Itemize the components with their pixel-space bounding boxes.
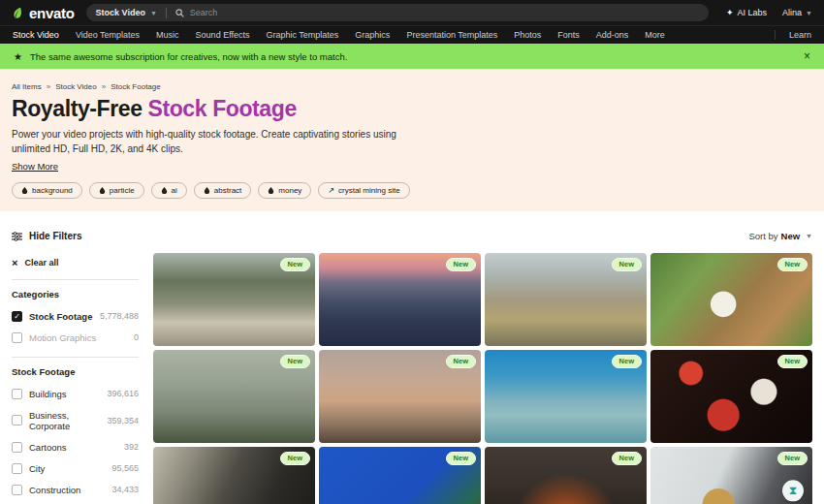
sidebar-divider (12, 279, 139, 280)
checkbox-icon[interactable] (12, 389, 22, 399)
thumbnail-grid: New New New New New New New New (153, 253, 812, 504)
tag-pill-background[interactable]: background (12, 182, 82, 199)
flame-icon (99, 186, 106, 195)
hero-section: All Items » Stock Video » Stock Footage … (0, 69, 824, 211)
breadcrumb-stock-footage[interactable]: Stock Footage (111, 82, 161, 91)
video-thumbnail[interactable]: New (485, 253, 647, 346)
logo-text: envato (29, 5, 75, 21)
filter-construction[interactable]: Construction 34,433 (12, 479, 139, 500)
close-icon[interactable]: × (804, 49, 810, 63)
trending-tags: background particle ai abstract money ↗ … (12, 182, 812, 199)
banner-message: The same awesome subscription for creati… (30, 51, 347, 62)
filter-education[interactable]: Education 76,148 (12, 500, 139, 504)
video-thumbnail[interactable]: New (153, 253, 315, 346)
nav-item-more[interactable]: More (645, 30, 665, 40)
chevron-down-icon: ▼ (150, 10, 157, 16)
filter-cartoons[interactable]: Cartoons 392 (12, 436, 139, 457)
new-badge: New (446, 452, 476, 465)
description-show-more-link[interactable]: Show More (12, 161, 58, 172)
nav-item-presentation-templates[interactable]: Presentation Templates (406, 30, 497, 40)
breadcrumb-separator: » (47, 82, 50, 91)
new-badge: New (446, 355, 476, 368)
filter-city[interactable]: City 95,565 (12, 457, 139, 479)
video-thumbnail[interactable]: New (650, 253, 812, 346)
checkbox-checked-icon[interactable]: ✓ (12, 311, 22, 322)
breadcrumb-stock-video[interactable]: Stock Video (55, 82, 97, 91)
categories-heading: Categories (12, 289, 139, 299)
search-divider (166, 8, 167, 18)
checkbox-icon[interactable] (12, 415, 22, 425)
announcement-banner: ★ The same awesome subscription for crea… (0, 44, 824, 69)
checkbox-icon[interactable] (12, 463, 22, 474)
sparkle-icon: ✦ (726, 8, 734, 17)
nav-item-learn[interactable]: Learn (775, 30, 811, 40)
new-badge: New (280, 355, 310, 368)
checkbox-icon[interactable] (12, 485, 22, 495)
chevron-down-icon: ▼ (806, 233, 812, 239)
tag-pill-money[interactable]: money (258, 182, 311, 199)
video-thumbnail[interactable]: New (153, 447, 315, 504)
nav-item-photos[interactable]: Photos (514, 30, 541, 40)
video-thumbnail[interactable]: New (153, 350, 315, 443)
nav-item-fonts[interactable]: Fonts (557, 30, 580, 40)
nav-item-music[interactable]: Music (156, 30, 179, 40)
video-thumbnail[interactable]: New (485, 350, 647, 443)
video-thumbnail[interactable]: New (319, 253, 481, 346)
nav-item-graphic-templates[interactable]: Graphic Templates (266, 30, 338, 40)
flame-icon (268, 186, 274, 195)
filter-buildings[interactable]: Buildings 396,616 (12, 383, 139, 404)
tag-pill-crystal-mining-site[interactable]: ↗ crystal mining site (318, 182, 409, 199)
ai-labs-button[interactable]: ✦ AI Labs (726, 8, 767, 17)
envato-leaf-icon (12, 7, 24, 19)
nav-item-add-ons[interactable]: Add-ons (596, 30, 629, 40)
new-badge: New (280, 452, 310, 465)
video-thumbnail[interactable]: New (319, 447, 481, 504)
new-badge: New (446, 258, 476, 271)
tag-pill-ai[interactable]: ai (151, 182, 187, 199)
tag-pill-abstract[interactable]: abstract (194, 182, 251, 199)
new-badge: New (280, 258, 310, 271)
clear-all-button[interactable]: × Clear all (12, 257, 139, 268)
nav-item-sound-effects[interactable]: Sound Effects (196, 30, 250, 40)
top-header: envato Stock Video ▼ Search ✦ AI Labs Al… (0, 0, 824, 25)
page-title: Royalty-Free Stock Footage (12, 96, 812, 122)
video-thumbnail[interactable]: New ⧗ (650, 447, 812, 504)
results-area: Sort by New ▼ New New New New New New (153, 231, 812, 504)
hourglass-icon: ⧗ (782, 480, 804, 501)
new-badge: New (612, 355, 642, 368)
envato-logo[interactable]: envato (12, 5, 75, 21)
nav-item-video-templates[interactable]: Video Templates (76, 30, 140, 40)
hide-filters-button[interactable]: Hide Filters (12, 231, 139, 241)
new-badge: New (777, 258, 808, 271)
trending-up-icon: ↗ (328, 186, 334, 195)
search-bar[interactable]: Stock Video ▼ Search (86, 4, 709, 21)
breadcrumb-all-items[interactable]: All Items (12, 82, 42, 91)
video-thumbnail[interactable]: New (650, 350, 812, 443)
nav-item-graphics[interactable]: Graphics (355, 30, 390, 40)
filter-sliders-icon (12, 232, 22, 241)
sort-dropdown[interactable]: Sort by New ▼ (153, 231, 812, 241)
filter-motion-graphics[interactable]: Motion Graphics 0 (12, 327, 139, 348)
breadcrumb-separator: » (102, 82, 106, 91)
checkbox-icon[interactable] (12, 442, 22, 453)
clear-x-icon: × (12, 257, 17, 268)
search-category-dropdown[interactable]: Stock Video ▼ (96, 8, 157, 17)
search-input[interactable]: Search (190, 8, 218, 17)
video-thumbnail[interactable]: New (319, 350, 481, 443)
filter-stock-footage[interactable]: ✓ Stock Footage 5,778,488 (12, 305, 139, 327)
user-menu[interactable]: Alina ▼ (782, 8, 812, 17)
nav-item-stock-video[interactable]: Stock Video (13, 30, 59, 40)
user-name: Alina (782, 8, 802, 17)
filter-business-corporate[interactable]: Business, Corporate 359,354 (12, 404, 139, 436)
filters-sidebar: Hide Filters × Clear all Categories ✓ St… (12, 231, 139, 504)
chevron-down-icon: ▼ (806, 10, 812, 16)
flame-icon (204, 186, 210, 195)
tag-pill-particle[interactable]: particle (89, 182, 144, 199)
stock-footage-heading: Stock Footage (12, 366, 139, 377)
new-badge: New (612, 258, 642, 271)
breadcrumb: All Items » Stock Video » Stock Footage (12, 82, 812, 91)
checkbox-icon[interactable] (12, 332, 22, 343)
page-description: Power your video projects with high-qual… (12, 128, 443, 156)
search-icon (175, 9, 184, 17)
video-thumbnail[interactable]: New (485, 447, 647, 504)
